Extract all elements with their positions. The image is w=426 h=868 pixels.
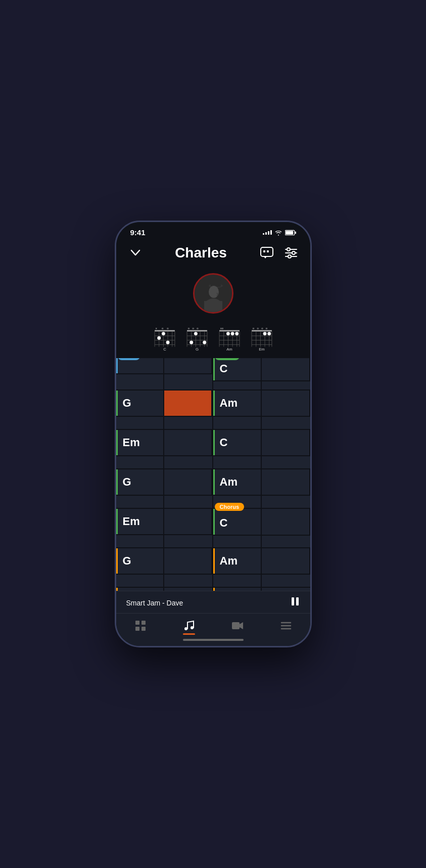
svg-point-15	[209, 286, 219, 298]
chord-cell[interactable]	[213, 455, 262, 468]
svg-text:Am: Am	[226, 347, 232, 352]
status-time: 9:41	[130, 228, 146, 237]
svg-rect-88	[135, 627, 139, 631]
svg-rect-2	[295, 231, 296, 234]
chord-cell[interactable]	[116, 373, 164, 389]
chord-cell[interactable]	[213, 535, 262, 547]
chord-am[interactable]: xo Am	[217, 326, 242, 352]
chord-cell[interactable]	[116, 534, 164, 547]
nav-item-menu[interactable]	[270, 618, 302, 634]
chord-cell[interactable]	[116, 455, 164, 468]
page-title: Charles	[175, 245, 227, 261]
chord-cell[interactable]	[262, 358, 310, 380]
chord-cell[interactable]	[164, 373, 212, 389]
chord-cell[interactable]	[213, 574, 262, 587]
chord-cell-highlighted[interactable]	[164, 390, 212, 416]
svg-text:C: C	[163, 347, 166, 352]
chord-cell[interactable]	[262, 416, 310, 429]
chord-cell[interactable]	[213, 416, 262, 429]
chord-cell[interactable]	[262, 430, 310, 455]
svg-text:o: o	[167, 327, 169, 330]
chord-cell[interactable]	[213, 380, 262, 389]
chord-cell[interactable]	[164, 416, 212, 429]
phone-frame: 9:41	[115, 221, 312, 647]
chord-g[interactable]: o o o G	[184, 326, 210, 352]
chord-cell[interactable]	[164, 588, 212, 591]
chord-cell[interactable]	[262, 574, 310, 587]
filter-button[interactable]	[282, 244, 300, 262]
chord-cell[interactable]	[164, 495, 212, 508]
chord-cell[interactable]	[164, 509, 212, 534]
chord-cell[interactable]: G	[116, 469, 164, 495]
svg-point-31	[161, 332, 165, 335]
header: Charles	[116, 240, 310, 268]
svg-rect-71	[252, 330, 272, 332]
pause-button[interactable]	[290, 596, 300, 609]
svg-point-90	[184, 627, 187, 630]
nav-item-video[interactable]	[221, 618, 254, 634]
chord-cell[interactable]	[213, 588, 262, 591]
chord-cell[interactable]: Am	[213, 469, 262, 495]
chord-em[interactable]: o o o o Em	[249, 326, 274, 352]
chord-cell[interactable]	[116, 588, 164, 591]
avatar	[193, 273, 233, 314]
chord-cell[interactable]	[262, 495, 310, 508]
chord-cell[interactable]	[262, 548, 310, 574]
chord-cell[interactable]	[116, 574, 164, 587]
home-bar	[183, 639, 244, 641]
section-badge-intro: Intro	[118, 358, 140, 360]
avatar-section	[116, 268, 310, 322]
chord-progression: Intro Verse C	[116, 358, 310, 591]
svg-rect-87	[141, 621, 146, 625]
chord-cell[interactable]: Em	[116, 509, 164, 534]
chord-cell[interactable]	[262, 588, 310, 591]
nav-active-indicator	[183, 633, 195, 635]
chord-cell[interactable]: G	[116, 548, 164, 574]
chord-cell[interactable]: Verse C	[213, 358, 262, 380]
svg-point-65	[235, 332, 239, 335]
svg-rect-38	[187, 330, 207, 332]
chord-cell[interactable]: C	[213, 430, 262, 455]
svg-text:o: o	[187, 327, 190, 330]
svg-text:o: o	[252, 327, 254, 330]
chord-cell[interactable]	[164, 548, 212, 574]
chord-cell[interactable]	[116, 495, 164, 508]
chord-cell[interactable]	[262, 509, 310, 535]
svg-rect-53	[219, 330, 240, 332]
chat-button[interactable]	[258, 244, 276, 262]
chord-cell[interactable]: G	[116, 390, 164, 416]
chord-cell[interactable]	[262, 390, 310, 416]
chord-cell[interactable]	[164, 358, 212, 373]
chord-label: G	[123, 397, 131, 410]
chord-label: G	[123, 475, 131, 489]
status-bar: 9:41	[116, 222, 310, 240]
svg-text:G: G	[195, 347, 198, 352]
chevron-down-button[interactable]	[126, 244, 145, 262]
chord-cell[interactable]	[164, 430, 212, 455]
chord-cell[interactable]	[262, 535, 310, 547]
chord-cell[interactable]	[164, 455, 212, 468]
chord-cell[interactable]	[262, 455, 310, 468]
nav-item-music[interactable]	[173, 618, 205, 634]
chord-cell[interactable]	[262, 469, 310, 495]
chord-c[interactable]: x o o	[152, 326, 177, 352]
chord-cell[interactable]: Am	[213, 390, 262, 416]
chord-label: Em	[123, 515, 140, 528]
chord-cell[interactable]	[164, 574, 212, 587]
bottom-nav	[116, 613, 310, 636]
chord-em-diagram: o o o o Em	[249, 326, 274, 352]
chord-cell[interactable]	[164, 469, 212, 495]
chord-cell[interactable]	[164, 534, 212, 547]
chord-g-diagram: o o o G	[184, 326, 210, 352]
chord-cell[interactable]: Intro	[116, 358, 164, 373]
chord-cell[interactable]: Em	[116, 430, 164, 455]
chord-cell[interactable]: Am	[213, 548, 262, 574]
chord-cell[interactable]	[262, 380, 310, 389]
chord-label: Am	[220, 554, 238, 568]
chord-cell[interactable]: Chorus C	[213, 509, 262, 535]
svg-rect-17	[204, 301, 222, 312]
chord-cell[interactable]	[116, 416, 164, 429]
svg-rect-92	[232, 622, 240, 629]
phone-screen: 9:41	[116, 222, 310, 646]
nav-item-chords[interactable]	[124, 618, 157, 634]
